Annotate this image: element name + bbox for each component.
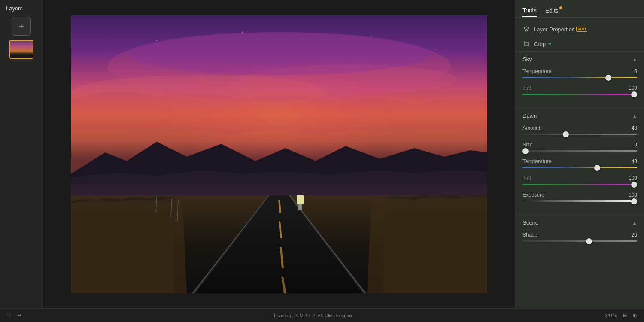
sky-tint-thumb[interactable] (631, 91, 637, 97)
chevron-up-icon-scene: ▲ (632, 220, 637, 225)
dawn-amount-label: Amount (522, 125, 540, 131)
section-dawn-content: Amount 40 Size 0 (516, 123, 644, 215)
dawn-temperature-label: Temperature (522, 158, 551, 164)
bottom-right-controls: 341% ⊞ ◐ (605, 313, 637, 318)
scene-shade-label: Shade (522, 232, 538, 238)
zoom-level: 341% (605, 313, 617, 318)
scene-shade-value: 20 (632, 232, 637, 238)
canvas-image (71, 15, 487, 293)
dawn-exposure-value: 100 (629, 192, 637, 198)
dawn-temperature-value: 40 (632, 158, 637, 164)
edits-dot (559, 6, 562, 9)
crop-tool[interactable]: Crop AI (522, 36, 637, 51)
svg-point-23 (242, 32, 243, 33)
road-scene-svg (71, 15, 487, 293)
layer-properties-label: Layer Properties (534, 26, 574, 33)
dawn-tint-thumb[interactable] (631, 182, 637, 188)
crop-icon (522, 40, 530, 48)
expand-icon[interactable]: ⊞ (623, 313, 627, 318)
heart-icon[interactable]: ♡ (7, 313, 11, 318)
svg-point-24 (371, 36, 372, 37)
section-sky-content: Temperature 0 Tint 100 (516, 67, 644, 108)
layer-properties-tool[interactable]: Layer Properties PRO (522, 22, 637, 36)
svg-rect-26 (525, 42, 528, 46)
svg-point-22 (156, 40, 157, 41)
sky-temperature-slider[interactable] (522, 77, 637, 78)
sky-tint-label: Tint (522, 85, 531, 91)
crop-label: Crop (534, 41, 546, 47)
dawn-tint-label: Tint (522, 175, 531, 181)
section-sky-header[interactable]: Sky ▲ (516, 52, 644, 67)
dawn-temperature-row: Temperature 40 (522, 158, 637, 168)
layers-icon (522, 25, 530, 33)
section-sky-label: Sky (522, 56, 532, 62)
sidebar-title: Layers (0, 5, 23, 12)
dawn-tint-slider[interactable] (522, 184, 637, 185)
sky-temperature-thumb[interactable] (605, 75, 611, 81)
tab-tools[interactable]: Tools (522, 4, 537, 17)
pro-badge: PRO (576, 27, 587, 32)
dawn-size-thumb[interactable] (522, 148, 529, 154)
ai-badge: AI (547, 42, 551, 46)
dawn-temperature-thumb[interactable] (594, 165, 600, 171)
section-sky: Sky ▲ Temperature 0 Tint 100 (516, 51, 644, 108)
dawn-exposure-slider[interactable] (522, 200, 637, 202)
section-scene-header[interactable]: Scene ▲ (516, 215, 644, 230)
dawn-amount-thumb[interactable] (563, 131, 569, 137)
tab-edits[interactable]: Edits (545, 5, 559, 17)
chevron-up-icon-dawn: ▲ (632, 113, 637, 118)
section-dawn-label: Dawn (522, 112, 537, 119)
dawn-exposure-thumb[interactable] (631, 198, 637, 204)
canvas-area (43, 0, 515, 308)
section-dawn: Dawn ▲ Amount 40 Size 0 (516, 108, 644, 215)
dawn-amount-slider[interactable] (522, 134, 637, 135)
right-panel: Tools Edits Layer Properties PRO (515, 0, 644, 308)
dawn-size-label: Size (522, 142, 532, 148)
layer-thumbnail[interactable] (9, 40, 33, 59)
app-container: Layers + (0, 0, 644, 308)
layer-thumbnail-image (10, 41, 33, 58)
dawn-temperature-slider[interactable] (522, 167, 637, 168)
section-scene: Scene ▲ Shade 20 (516, 215, 644, 255)
dawn-tint-value: 100 (629, 175, 637, 181)
sky-temperature-row: Temperature 0 (522, 68, 637, 78)
dawn-amount-row: Amount 40 (522, 125, 637, 135)
dawn-exposure-row: Exposure 100 (522, 192, 637, 202)
plus-icon: + (18, 21, 24, 32)
dawn-exposure-label: Exposure (522, 192, 544, 198)
dawn-size-row: Size 0 (522, 142, 637, 152)
sky-tint-slider[interactable] (522, 94, 637, 95)
dawn-tint-row: Tint 100 (522, 175, 637, 185)
section-dawn-header[interactable]: Dawn ▲ (516, 108, 644, 123)
settings-icon[interactable]: ◐ (633, 313, 637, 318)
svg-rect-21 (71, 185, 487, 195)
dawn-amount-value: 40 (632, 125, 637, 131)
sky-temperature-value: 0 (634, 68, 637, 74)
sky-temperature-label: Temperature (522, 68, 551, 74)
panel-tools-list: Layer Properties PRO Crop AI (516, 18, 644, 51)
section-scene-label: Scene (522, 219, 538, 226)
dawn-size-slider[interactable] (522, 150, 637, 152)
sky-tint-row: Tint 100 (522, 85, 637, 95)
scene-shade-thumb[interactable] (586, 238, 592, 244)
svg-rect-20 (297, 195, 304, 204)
dawn-size-value: 0 (634, 142, 637, 148)
scene-shade-row: Shade 20 (522, 232, 637, 242)
chevron-up-icon: ▲ (632, 57, 637, 62)
add-layer-button[interactable]: + (12, 17, 31, 36)
sky-tint-value: 100 (629, 85, 637, 91)
bottom-bar: ♡ ↩ Loading... CMD + Z, Alt-Click to und… (0, 308, 644, 322)
undo-icon[interactable]: ↩ (17, 313, 21, 318)
bottom-left-icons: ♡ ↩ (7, 313, 21, 318)
bottom-center-text: Loading... CMD + Z, Alt-Click to undo (21, 313, 605, 318)
svg-point-5 (129, 32, 429, 75)
scene-shade-slider[interactable] (522, 240, 637, 242)
panel-tabs: Tools Edits (516, 0, 644, 18)
sidebar: Layers + (0, 0, 43, 308)
svg-point-25 (435, 49, 436, 50)
section-scene-content: Shade 20 (516, 230, 644, 255)
